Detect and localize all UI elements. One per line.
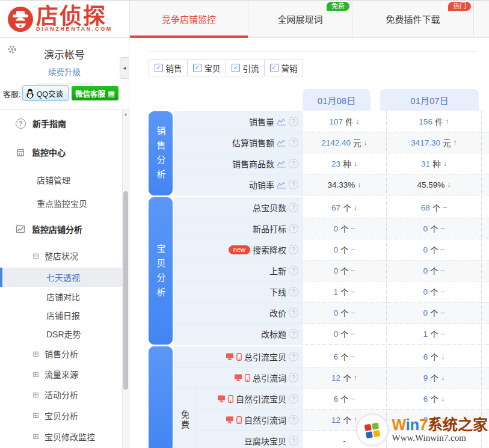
sidebar-item-item-analysis[interactable]: ⊞ 宝贝分析 xyxy=(0,405,123,426)
value-cell xyxy=(481,239,489,260)
sidebar-item-traffic-source[interactable]: ⊞ 流量来源 xyxy=(0,364,123,384)
trend-chart-icon[interactable] xyxy=(277,118,286,126)
trend-chart-icon[interactable] xyxy=(277,160,286,168)
expand-box-icon[interactable]: ⊞ xyxy=(32,370,39,379)
sidebar-item-dsr-trend[interactable]: DSR走势 xyxy=(0,324,123,343)
sidebar-collapse-handle[interactable]: ◄ xyxy=(120,57,129,79)
sidebar-item-whole-shop-status[interactable]: ⊟ 整店状况 xyxy=(0,244,123,268)
hot-badge: 热门 xyxy=(448,2,471,11)
group-sales-analysis: 销售分析 销售量 ? 107件↓ 156件↑ 估算 xyxy=(149,111,489,195)
pc-icon xyxy=(217,394,226,403)
mobile-icon xyxy=(236,353,242,361)
trend-chart-icon[interactable] xyxy=(277,181,286,189)
help-icon[interactable]: ? xyxy=(289,394,298,404)
collapse-box-icon[interactable]: ⊟ xyxy=(32,251,39,260)
filter-traffic-button[interactable]: ✓ 引流 xyxy=(226,60,265,76)
wechat-service-button[interactable]: 微信客服 ▦ xyxy=(72,86,118,100)
tab-competitor-shop-monitor[interactable]: 竞争店铺监控 xyxy=(129,1,248,37)
sidebar-item-seven-day-view[interactable]: 七天透视 xyxy=(0,268,123,287)
row-label-cell: 自然引流词 ? xyxy=(196,410,302,431)
mobile-icon xyxy=(228,395,233,403)
qq-chat-button[interactable]: QQ交谈 xyxy=(22,85,69,101)
expand-box-icon[interactable]: ⊞ xyxy=(32,349,39,358)
row-label-cell: 估算销售额 ? xyxy=(174,132,302,153)
pc-icon xyxy=(234,373,242,382)
renew-upgrade-link[interactable]: 续费升级 xyxy=(0,66,129,78)
table-row: 新品打标 ? 0个– 0个– xyxy=(174,218,489,239)
expand-box-icon[interactable]: ⊞ xyxy=(32,390,39,399)
checkbox-checked-icon: ✓ xyxy=(232,64,240,72)
row-label-cell: 改标题 ? xyxy=(174,324,302,345)
trend-arrow-icon: ↑ xyxy=(454,138,457,147)
help-icon[interactable]: ? xyxy=(289,245,298,254)
row-label-cell: 总宝贝数 ? xyxy=(174,197,302,218)
gear-icon[interactable] xyxy=(7,44,17,54)
sidebar-item-newbie-guide[interactable]: ? 新手指南 xyxy=(0,110,123,137)
brand-logo[interactable]: 店侦探 DIANZHENTAN.COM xyxy=(0,1,129,38)
sidebar-scrollbar[interactable]: ▲ xyxy=(122,110,129,448)
mobile-icon xyxy=(245,374,250,382)
sidebar-item-shop-daily-report[interactable]: 店铺日报 xyxy=(0,306,123,324)
help-icon[interactable]: ? xyxy=(289,224,298,233)
help-icon[interactable]: ? xyxy=(289,373,298,382)
expand-box-icon[interactable]: ⊞ xyxy=(32,432,39,441)
value-cell: 107件↓ xyxy=(302,111,386,132)
help-icon[interactable]: ? xyxy=(289,266,298,275)
main-content: ✓ 销售 ✓ 宝贝 ✓ 引流 ✓ 营销 01月08日 01月07日 xyxy=(130,38,489,448)
table-row: 总引流宝贝 ? 6个– 6个↓ xyxy=(174,346,489,367)
sidebar-item-shop-compare[interactable]: 店铺对比 xyxy=(0,287,123,306)
sidebar-item-shop-management[interactable]: 店铺管理 xyxy=(0,168,123,192)
brand-title: 店侦探 xyxy=(36,7,112,27)
group-label-bar xyxy=(149,346,173,448)
sidebar-item-monitor-center[interactable]: 监控中心 xyxy=(0,137,123,168)
value-cell: 31种↓ xyxy=(386,153,481,174)
trend-chart-icon[interactable] xyxy=(277,139,286,147)
trend-arrow-icon: – xyxy=(441,330,445,338)
help-icon[interactable]: ? xyxy=(289,287,298,296)
date-column-header: 01月08日 xyxy=(303,89,371,111)
expand-box-icon[interactable]: ⊞ xyxy=(32,411,39,420)
help-icon[interactable]: ? xyxy=(289,308,298,318)
help-icon[interactable]: ? xyxy=(289,329,298,339)
tab-free-plugin-download[interactable]: 免费插件下载 热门 xyxy=(352,1,474,37)
trend-arrow-icon: ↓ xyxy=(441,416,444,424)
row-label-cell: 下线 ? xyxy=(174,281,302,302)
value-cell: 6个– xyxy=(302,346,386,367)
help-icon[interactable]: ? xyxy=(289,352,298,361)
scroll-up-icon[interactable]: ▲ xyxy=(123,112,129,116)
trend-arrow-icon: – xyxy=(441,266,445,275)
sidebar-item-item-modify-monitor[interactable]: ⊞ 宝贝修改监控 xyxy=(0,426,123,447)
filter-item-button[interactable]: ✓ 宝贝 xyxy=(187,60,226,76)
value-cell: 1个– xyxy=(302,281,386,302)
sidebar-item-sales-analysis[interactable]: ⊞ 销售分析 xyxy=(0,343,123,364)
tab-network-display-words[interactable]: 全网展现词 免费 xyxy=(248,1,352,37)
help-icon[interactable]: ? xyxy=(289,436,298,446)
sidebar-item-monitor-shop-analysis[interactable]: 监控店铺分析 xyxy=(0,215,123,244)
filter-sales-button[interactable]: ✓ 销售 xyxy=(149,60,188,76)
value-cell xyxy=(481,324,489,345)
value-cell: 0个– xyxy=(302,218,386,239)
help-icon[interactable]: ? xyxy=(289,138,298,147)
filter-marketing-button[interactable]: ✓ 营销 xyxy=(264,60,303,76)
table-row: 自然引流词 ? 12个↑ 9个↓ xyxy=(196,410,489,431)
free-subgroup-label: 免费 xyxy=(174,388,196,448)
free-subgroup: 免费 自然引流宝贝 ? 6个– 6个↓ xyxy=(174,388,489,448)
sidebar-item-key-monitor-items[interactable]: 重点监控宝贝 xyxy=(0,192,123,215)
scrollbar-thumb[interactable] xyxy=(123,191,128,390)
help-icon[interactable]: ? xyxy=(289,159,298,168)
checkbox-checked-icon: ✓ xyxy=(155,64,163,72)
service-label: 客服: xyxy=(3,88,21,99)
help-icon[interactable]: ? xyxy=(289,415,298,425)
help-icon[interactable]: ? xyxy=(289,203,298,212)
trend-arrow-icon: – xyxy=(351,266,355,275)
sidebar-item-activity-analysis[interactable]: ⊞ 活动分析 xyxy=(0,384,123,405)
help-icon[interactable]: ? xyxy=(289,117,298,126)
trend-arrow-icon: ↓ xyxy=(354,159,357,168)
help-icon[interactable]: ? xyxy=(289,180,298,189)
value-cell: 3417.30元↑ xyxy=(386,132,481,153)
mobile-icon xyxy=(236,416,242,424)
value-cell: 12个↑ xyxy=(302,410,386,431)
trend-arrow-icon: ↑ xyxy=(354,373,357,382)
collapse-left-icon: ◄ xyxy=(122,66,127,71)
table-row: 豆腐块宝贝 ? - xyxy=(196,431,489,448)
